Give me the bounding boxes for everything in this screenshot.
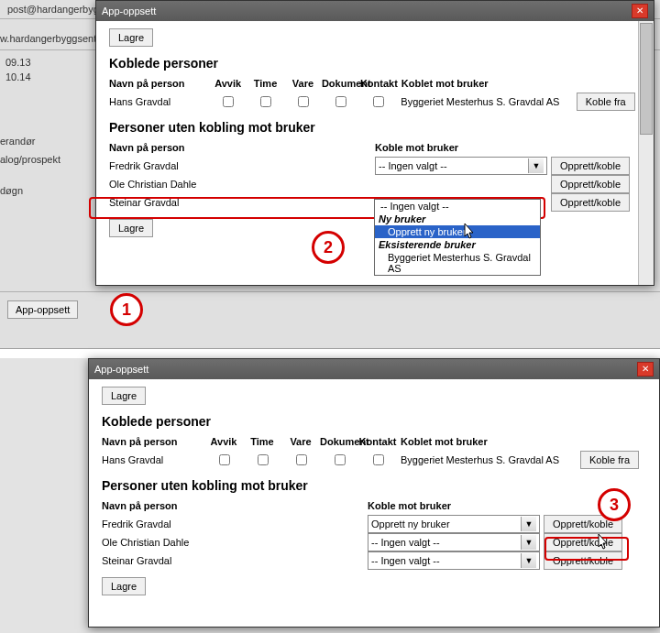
background-top: post@hardangerbyggsenter.no w.hardangerb… xyxy=(0,0,660,349)
section-koblede: Koblede personer xyxy=(109,56,641,71)
cb-avvik[interactable] xyxy=(219,454,230,465)
cb-dok[interactable] xyxy=(335,454,346,465)
opprett-koble-button[interactable]: Opprett/koble xyxy=(551,175,630,193)
koble-mot-dropdown-list[interactable]: -- Ingen valgt -- Ny bruker Opprett ny b… xyxy=(374,199,541,276)
titlebar: App-oppsett ✕ xyxy=(96,1,654,21)
unlinked-name: Ole Christian Dahle xyxy=(102,537,368,548)
linked-name: Hans Gravdal xyxy=(109,96,209,107)
save-button-bottom2[interactable]: Lagre xyxy=(102,577,146,595)
cb-vare[interactable] xyxy=(296,454,307,465)
cb-time[interactable] xyxy=(258,454,269,465)
unlinked-header-row: Navn på person Koble mot bruker xyxy=(109,138,641,157)
cb-dok[interactable] xyxy=(336,96,346,107)
opprett-koble-button[interactable]: Opprett/koble xyxy=(551,157,630,175)
linked-name: Hans Gravdal xyxy=(102,454,204,465)
dropdown-item-opprett[interactable]: Opprett ny bruker xyxy=(375,225,540,238)
chevron-down-icon: ▼ xyxy=(528,158,544,173)
bg-date1: 09.13 xyxy=(6,57,31,68)
highlight-rect-button xyxy=(544,537,629,561)
koble-fra-button[interactable]: Koble fra xyxy=(580,451,639,469)
dropdown-item-existing[interactable]: Byggeriet Mesterhus S. Gravdal AS xyxy=(375,251,540,275)
dropdown-header-eksisterende: Eksisterende bruker xyxy=(375,238,540,251)
table-row: Fredrik Gravdal -- Ingen valgt -- ▼ Oppr… xyxy=(109,157,641,175)
bg-side2: alog/prospekt xyxy=(0,154,60,165)
section-koblede: Koblede personer xyxy=(102,414,646,429)
chevron-down-icon: ▼ xyxy=(521,517,536,531)
koble-mot-dropdown[interactable]: Opprett ny bruker ▼ xyxy=(368,515,540,533)
titlebar: App-oppsett ✕ xyxy=(89,359,659,379)
linked-header-row: Navn på person Avvik Time Vare Dokument … xyxy=(102,432,646,451)
unlinked-header-row: Navn på person Koble mot bruker xyxy=(102,497,646,515)
close-icon[interactable]: ✕ xyxy=(637,362,654,377)
koble-mot-dropdown[interactable]: -- Ingen valgt -- ▼ xyxy=(368,533,540,551)
unlinked-name: Fredrik Gravdal xyxy=(109,160,375,171)
bg-side3: døgn xyxy=(0,185,23,196)
save-button-bottom1[interactable]: Lagre xyxy=(102,387,146,405)
callout-1: 1 xyxy=(110,293,143,326)
unlinked-name: Steinar Gravdal xyxy=(102,555,368,566)
koble-mot-dropdown[interactable]: -- Ingen valgt -- ▼ xyxy=(375,157,547,175)
bg-web: w.hardangerbyggsenter xyxy=(0,33,105,44)
save-button-top2[interactable]: Lagre xyxy=(109,219,153,237)
background-bottom: App-oppsett ✕ Lagre Koblede personer Nav… xyxy=(0,358,660,633)
cb-kontakt[interactable] xyxy=(373,96,384,107)
bg-side1: erandør xyxy=(0,136,36,147)
dropdown-header-ny: Ny bruker xyxy=(375,213,540,225)
modal-title: App-oppsett xyxy=(102,5,156,16)
linked-user: Byggeriet Mesterhus S. Gravdal AS xyxy=(397,454,580,465)
callout-3: 3 xyxy=(598,488,631,521)
section-uten: Personer uten kobling mot bruker xyxy=(102,478,646,493)
dropdown-item-none[interactable]: -- Ingen valgt -- xyxy=(375,200,540,213)
app-oppsett-modal-bottom: App-oppsett ✕ Lagre Koblede personer Nav… xyxy=(88,358,660,628)
scrollbar-thumb[interactable] xyxy=(640,23,653,135)
koble-fra-button[interactable]: Koble fra xyxy=(577,93,635,111)
chevron-down-icon: ▼ xyxy=(521,535,536,550)
scrollbar[interactable] xyxy=(638,21,654,285)
linked-row: Hans Gravdal Byggeriet Mesterhus S. Grav… xyxy=(102,451,646,469)
table-row: Ole Christian Dahle Opprett/koble xyxy=(109,175,641,193)
modal-title: App-oppsett xyxy=(94,364,148,375)
callout-2: 2 xyxy=(312,231,345,264)
cb-time[interactable] xyxy=(260,96,271,107)
unlinked-name: Ole Christian Dahle xyxy=(109,179,375,190)
linked-header-row: Navn på person Avvik Time Vare Dokument … xyxy=(109,74,641,93)
linked-row: Hans Gravdal Byggeriet Mesterhus S. Grav… xyxy=(109,93,641,111)
section-uten: Personer uten kobling mot bruker xyxy=(109,120,641,135)
unlinked-name: Fredrik Gravdal xyxy=(102,518,368,529)
chevron-down-icon: ▼ xyxy=(521,553,536,568)
bg-date2: 10.14 xyxy=(6,71,31,82)
linked-user: Byggeriet Mesterhus S. Gravdal AS xyxy=(397,96,576,107)
close-icon[interactable]: ✕ xyxy=(632,4,648,18)
cb-vare[interactable] xyxy=(298,96,309,107)
cb-avvik[interactable] xyxy=(223,96,234,107)
save-button-top1[interactable]: Lagre xyxy=(109,28,153,47)
opprett-koble-button[interactable]: Opprett/koble xyxy=(551,193,630,212)
app-oppsett-modal-top: App-oppsett ✕ Lagre Koblede personer Nav… xyxy=(95,0,654,286)
app-oppsett-button-bg[interactable]: App-oppsett xyxy=(7,300,78,319)
koble-mot-dropdown[interactable]: -- Ingen valgt -- ▼ xyxy=(368,551,540,570)
table-row: Fredrik Gravdal Opprett ny bruker ▼ Oppr… xyxy=(102,515,646,533)
cb-kontakt[interactable] xyxy=(373,454,384,465)
